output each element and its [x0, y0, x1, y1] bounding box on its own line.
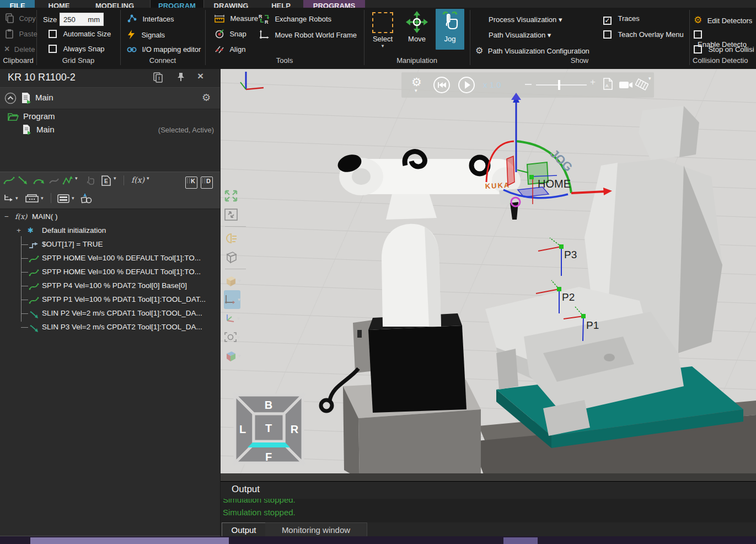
monitoring-window-tab[interactable]: Monitoring window — [265, 522, 367, 537]
tab-help[interactable]: HELP — [259, 0, 303, 8]
main-routine-row[interactable]: Main ⚙ — [0, 87, 220, 109]
statement-row[interactable]: SPTP HOME Vel=100 % DEFAULT Tool[1]:TO..… — [0, 265, 220, 279]
process-visualization-dropdown[interactable]: Process Visualization ▾ — [489, 15, 562, 24]
play-simulation-button[interactable] — [458, 77, 475, 93]
waypoint-p3[interactable] — [538, 238, 564, 276]
monitor-dropdown-arrow[interactable]: ▾ — [72, 195, 74, 206]
tab-drawing[interactable]: DRAWING — [203, 0, 259, 8]
pin-icon[interactable] — [176, 72, 185, 84]
statement-box-icon[interactable] — [25, 194, 39, 205]
focus-camera-icon[interactable]: ▾ — [224, 328, 247, 346]
solid-cube-icon[interactable]: ▾ — [224, 271, 247, 290]
scrollbar-thumb-left[interactable] — [30, 537, 229, 544]
collapse-icon[interactable] — [4, 92, 17, 106]
automatic-size-checkbox[interactable]: Automatic Size — [49, 30, 111, 40]
output-tab-active[interactable]: Output — [222, 522, 266, 538]
frame-tool-icon-selected[interactable]: ▾ — [224, 290, 240, 309]
data-view-icon[interactable]: D — [201, 177, 213, 189]
move-button[interactable]: Move — [403, 9, 431, 50]
statement-row[interactable]: SPTP P4 Vel=100 % PDAT2 Tool[0] Base[0] — [0, 279, 220, 292]
add-sptp-icon[interactable] — [3, 175, 15, 186]
always-snap-checkbox[interactable]: Always Snap — [49, 45, 105, 55]
jump-dropdown-arrow[interactable]: ▾ — [15, 195, 18, 206]
select-button[interactable]: Select ▾ — [368, 9, 397, 50]
add-scirc-icon[interactable] — [33, 175, 45, 186]
function-icon[interactable]: f(x) — [131, 175, 144, 186]
reset-simulation-button[interactable] — [433, 77, 450, 93]
align-button[interactable]: Align — [215, 44, 245, 56]
signals-button[interactable]: Signals — [127, 30, 165, 41]
snap-button[interactable]: Snap — [215, 29, 246, 41]
statement-box-dropdown-arrow[interactable]: ▾ — [41, 195, 44, 206]
export-pdf-icon[interactable]: A — [603, 78, 613, 92]
jog-button-active[interactable]: Jog — [436, 9, 464, 50]
select-dropdown-arrow[interactable]: ▾ — [368, 43, 397, 49]
function-dropdown-arrow[interactable]: ▾ — [147, 175, 149, 186]
grid-size-input[interactable]: 250 mm — [60, 13, 104, 26]
teach-overlay-menu-checkbox[interactable]: Teach Overlay Menu — [603, 30, 684, 41]
fit-selected-icon[interactable] — [224, 205, 247, 224]
animation-export-icon[interactable] — [635, 78, 648, 93]
simulation-time-marker[interactable] — [511, 93, 521, 100]
move-robot-world-frame-button[interactable]: Move Robot World Frame — [259, 30, 357, 42]
orientation-cube-icon[interactable]: ▾ — [224, 346, 247, 365]
point-pattern-dropdown-arrow[interactable]: ▾ — [75, 175, 78, 186]
expand-plus-icon[interactable]: + — [17, 223, 21, 237]
tab-home[interactable]: HOME — [35, 0, 83, 8]
stop-on-collision-checkbox[interactable]: Stop on Collisi — [694, 45, 754, 56]
statement-row[interactable]: SPTP HOME Vel=100 % DEFAULT Tool[1]:TO..… — [0, 251, 220, 265]
statement-row[interactable]: SLIN P3 Vel=2 m/s CPDAT2 Tool[1]:TOOL_DA… — [0, 320, 220, 334]
jump-to-statement-icon[interactable] — [3, 194, 14, 205]
paste-button[interactable]: Paste — [4, 29, 37, 41]
copy-button[interactable]: Copy — [4, 13, 36, 25]
import-geometry-icon[interactable] — [81, 193, 93, 204]
render-mode-icon[interactable] — [224, 229, 247, 248]
routine-settings-gear-icon[interactable]: ⚙ — [202, 92, 211, 104]
zoom-to-fit-icon[interactable] — [224, 186, 247, 205]
tab-program-active[interactable]: PROGRAM — [150, 0, 204, 8]
statement-row[interactable]: SPTP P1 Vel=100 % PDAT1 Tool[1]:TOOL_DAT… — [0, 292, 220, 306]
exchange-robots-button[interactable]: RR Exchange Robots — [258, 13, 331, 26]
add-point-pattern-icon[interactable] — [62, 175, 73, 186]
monitor-table-icon[interactable] — [57, 194, 69, 205]
viewport-3d[interactable]: KUKA JOG HOME — [221, 69, 756, 481]
statement-row[interactable]: SLIN P2 Vel=2 m/s CPDAT1 Tool[1]:TOOL_DA… — [0, 306, 220, 320]
record-video-icon[interactable] — [619, 80, 633, 92]
statement-row[interactable]: − f(x) MAIN( ) — [0, 210, 220, 223]
navigation-cube[interactable]: B L T R F — [232, 392, 307, 469]
dropdown-arrow[interactable]: ▾ — [238, 297, 240, 302]
tree-item-program[interactable]: Program — [23, 111, 55, 121]
animation-dropdown-arrow[interactable]: ▾ — [648, 76, 651, 81]
measure-button[interactable]: Measure — [214, 13, 258, 25]
navcube-highlight-edge[interactable] — [248, 442, 290, 447]
path-visualization-dropdown[interactable]: Path Visualization ▾ — [489, 31, 551, 39]
dropdown-arrow[interactable]: ▾ — [238, 278, 241, 284]
speed-decrease-button[interactable] — [525, 84, 532, 85]
traces-checkbox[interactable]: ✓ Traces — [603, 15, 640, 25]
tab-modeling[interactable]: MODELING — [83, 0, 146, 8]
add-slin-icon[interactable] — [18, 175, 29, 186]
statement-row[interactable]: $OUT[17] = TRUE — [0, 237, 220, 251]
wireframe-cube-icon[interactable] — [224, 248, 247, 266]
dropdown-arrow[interactable]: ▾ — [237, 316, 240, 321]
edit-detectors-button[interactable]: ⚙ Edit Detectors — [694, 14, 752, 26]
simulation-settings-dropdown-arrow[interactable]: ▾ — [415, 88, 417, 93]
tab-file[interactable]: FILE — [0, 0, 35, 8]
tab-programs[interactable]: PROGRAMS — [303, 0, 365, 8]
axis-triad-icon[interactable]: ▾ — [224, 309, 247, 328]
dropdown-arrow[interactable]: ▾ — [238, 353, 241, 359]
krl-view-icon[interactable]: K — [185, 177, 197, 189]
close-icon[interactable]: × — [197, 70, 203, 82]
path-visualization-configuration-button[interactable]: ⚙ Path Visualization Configuration — [475, 45, 589, 56]
collapse-minus-icon[interactable]: − — [4, 210, 9, 223]
program-folder-icon[interactable] — [8, 112, 19, 123]
interfaces-button[interactable]: Interfaces — [127, 14, 174, 25]
statement-row[interactable]: + ✱ Default initialization — [0, 223, 220, 237]
expression-doc-icon[interactable]: E — [101, 175, 111, 186]
scrollbar-thumb-right[interactable] — [503, 537, 538, 544]
expression-dropdown-arrow[interactable]: ▾ — [114, 175, 116, 186]
simulation-settings-gear-icon[interactable]: ⚙ — [411, 76, 422, 89]
io-mapping-editor-button[interactable]: I/O mapping editor — [127, 45, 201, 55]
delete-button[interactable]: × Delete — [4, 44, 35, 54]
speed-slider-handle[interactable] — [558, 80, 560, 90]
